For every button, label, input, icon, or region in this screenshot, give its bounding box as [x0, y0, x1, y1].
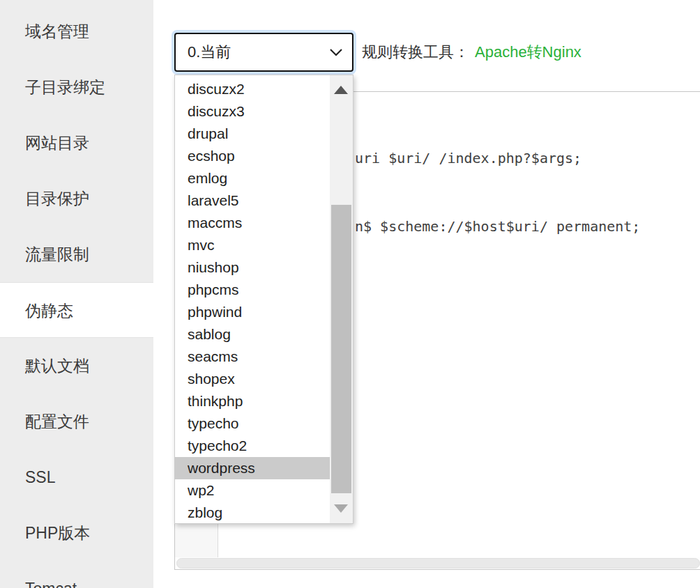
select-value: 0.当前	[188, 42, 231, 63]
code-line-fragment: n$ $scheme://$host$uri/ permanent;	[355, 218, 640, 235]
sidebar-item-label: 域名管理	[25, 22, 89, 40]
sidebar-item[interactable]: 伪静态	[0, 282, 153, 338]
dropdown-option[interactable]: phpcms	[175, 279, 330, 301]
dropdown-option-label: ecshop	[188, 148, 235, 164]
settings-sidebar: 域名管理 子目录绑定 网站目录 目录保护 流量限制 伪静态 默认文档 配置文件 …	[0, 0, 153, 588]
dropdown-option-label: shopex	[188, 371, 235, 387]
dropdown-option-label: mvc	[188, 237, 215, 253]
sidebar-item-label: SSL	[25, 468, 55, 486]
dropdown-option-label: discuzx3	[188, 103, 245, 119]
dropdown-option-label: wordpress	[188, 460, 255, 476]
dropdown-vertical-scrollbar[interactable]	[330, 75, 353, 523]
dropdown-option[interactable]: mvc	[175, 234, 330, 256]
dropdown-option[interactable]: wp2	[175, 479, 330, 502]
triangle-up-icon[interactable]	[334, 86, 348, 94]
dropdown-option[interactable]: discuzx3	[175, 100, 330, 123]
dropdown-option[interactable]: laravel5	[175, 189, 330, 212]
dropdown-option-label: drupal	[188, 125, 228, 141]
sidebar-item-label: Tomcat	[25, 580, 77, 588]
sidebar-item[interactable]: PHP版本	[0, 505, 153, 561]
sidebar-item-label: 配置文件	[25, 412, 89, 431]
dropdown-option[interactable]: maccms	[175, 212, 330, 234]
template-dropdown-list: discuzx2 discuzx3 drupal ecshop emlog la…	[174, 75, 353, 524]
chevron-down-icon	[330, 49, 342, 56]
dropdown-option[interactable]: emlog	[175, 167, 330, 189]
dropdown-option[interactable]: drupal	[175, 123, 330, 145]
sidebar-item[interactable]: 目录保护	[0, 171, 153, 226]
sidebar-item[interactable]: 配置文件	[0, 394, 153, 449]
rewrite-template-select[interactable]: 0.当前	[174, 33, 353, 72]
dropdown-option-label: thinkphp	[188, 393, 243, 409]
dropdown-option[interactable]: sablog	[175, 323, 330, 346]
dropdown-option-label: phpcms	[188, 281, 239, 297]
editor-horizontal-scrollbar[interactable]	[175, 557, 700, 569]
converter-label: 规则转换工具：	[362, 43, 469, 61]
sidebar-item[interactable]: SSL	[0, 449, 153, 505]
dropdown-option[interactable]: zblog	[175, 502, 330, 524]
dropdown-option[interactable]: ecshop	[175, 145, 330, 167]
dropdown-option[interactable]: typecho2	[175, 435, 330, 457]
code-line-fragment: uri $uri/ /index.php?$args;	[355, 150, 581, 167]
dropdown-option-label: typecho	[188, 415, 239, 431]
v-scrollbar-thumb[interactable]	[331, 205, 351, 493]
dropdown-option[interactable]: thinkphp	[175, 390, 330, 412]
dropdown-option[interactable]: discuzx2	[175, 78, 330, 100]
sidebar-item-label: 网站目录	[25, 134, 89, 152]
sidebar-item[interactable]: 网站目录	[0, 115, 153, 171]
sidebar-item-label: 默认文档	[25, 357, 89, 375]
dropdown-option[interactable]: shopex	[175, 368, 330, 390]
dropdown-option-label: zblog	[188, 504, 222, 520]
dropdown-option[interactable]: seacms	[175, 346, 330, 368]
sidebar-item-label: 子目录绑定	[25, 78, 105, 96]
dropdown-option[interactable]: phpwind	[175, 301, 330, 323]
dropdown-option-label: discuzx2	[188, 81, 245, 97]
dropdown-option-label: seacms	[188, 348, 238, 364]
converter-row: 规则转换工具：Apache转Nginx	[362, 33, 581, 72]
sidebar-item[interactable]: 流量限制	[0, 226, 153, 282]
site-settings-dialog: 域名管理 子目录绑定 网站目录 目录保护 流量限制 伪静态 默认文档 配置文件 …	[0, 0, 700, 588]
dropdown-option[interactable]: niushop	[175, 256, 330, 279]
dropdown-option-label: emlog	[188, 170, 227, 186]
dropdown-option-label: typecho2	[188, 438, 247, 454]
dropdown-option[interactable]: wordpress	[174, 457, 330, 479]
sidebar-item[interactable]: Tomcat	[0, 561, 153, 588]
sidebar-item[interactable]: 域名管理	[0, 3, 153, 59]
sidebar-item-label: 目录保护	[25, 189, 89, 208]
dropdown-option-label: wp2	[188, 482, 215, 498]
sidebar-item-label: 流量限制	[25, 245, 89, 263]
h-scrollbar-thumb[interactable]	[176, 558, 700, 568]
sidebar-item-label: PHP版本	[25, 524, 90, 542]
dropdown-option[interactable]: typecho	[175, 412, 330, 435]
dropdown-option-label: laravel5	[188, 192, 239, 208]
dropdown-options: discuzx2 discuzx3 drupal ecshop emlog la…	[175, 78, 330, 524]
sidebar-item-label: 伪静态	[25, 302, 73, 320]
sidebar-item[interactable]: 默认文档	[0, 338, 153, 394]
dropdown-option-label: phpwind	[188, 304, 242, 320]
dropdown-option-label: sablog	[188, 326, 231, 342]
triangle-down-icon[interactable]	[334, 504, 348, 513]
apache-to-nginx-link[interactable]: Apache转Nginx	[475, 43, 581, 61]
dropdown-option-label: maccms	[188, 215, 242, 231]
dropdown-option-label: niushop	[188, 259, 239, 275]
sidebar-item[interactable]: 子目录绑定	[0, 59, 153, 115]
